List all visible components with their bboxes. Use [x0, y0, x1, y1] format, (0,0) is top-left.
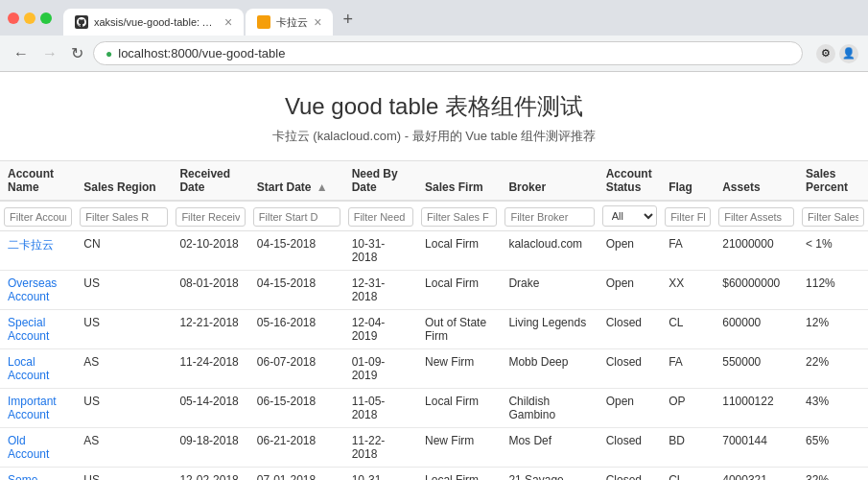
cell-start_date: 06-21-2018: [249, 428, 344, 468]
cell-assets: 21000000: [715, 231, 798, 271]
cell-sales_firm: Out of State Firm: [417, 310, 501, 349]
address-text: localhost:8000/vue-good-table: [118, 46, 790, 60]
cell-flag: OP: [661, 389, 715, 428]
cell-need_by_date: 12-31-2018: [344, 271, 417, 310]
cell-received_date: 11-24-2018: [172, 349, 248, 389]
col-flag[interactable]: Flag: [661, 161, 715, 202]
cell-sales_region: AS: [76, 428, 172, 468]
table-row: Important AccountUS05-14-201806-15-20181…: [0, 389, 868, 428]
cell-need_by_date: 12-04-2019: [344, 310, 417, 349]
table-row: Local AccountAS11-24-201806-07-201801-09…: [0, 349, 868, 389]
window-close[interactable]: [8, 12, 19, 24]
account-link[interactable]: Old Account: [8, 434, 49, 461]
reload-button[interactable]: ↻: [67, 42, 87, 64]
cell-assets: $60000000: [715, 271, 798, 310]
cell-assets: 600000: [715, 310, 798, 349]
filter-start-input[interactable]: [253, 207, 340, 227]
cell-start_date: 06-07-2018: [249, 349, 344, 389]
cell-sales_percent: 12%: [798, 310, 868, 349]
account-link[interactable]: Some Account: [8, 473, 49, 480]
col-account-name[interactable]: AccountName: [0, 161, 76, 202]
cell-account_status: Open: [598, 231, 661, 271]
col-assets[interactable]: Assets: [715, 161, 798, 202]
filter-sales-percent[interactable]: [798, 201, 868, 231]
filter-status-select[interactable]: All Open Closed: [602, 205, 657, 227]
cell-sales_firm: Local Firm: [417, 271, 501, 310]
col-need-by-date[interactable]: Need ByDate: [344, 161, 417, 202]
col-sales-region[interactable]: Sales Region: [76, 161, 172, 202]
table-row: Old AccountAS09-18-201806-21-201811-22-2…: [0, 428, 868, 468]
cell-account_status: Closed: [598, 468, 661, 481]
cell-flag: FA: [661, 231, 715, 271]
cell-assets: 550000: [715, 349, 798, 389]
address-bar[interactable]: ● localhost:8000/vue-good-table: [93, 41, 803, 65]
filter-sales-firm[interactable]: [417, 201, 501, 231]
tab-github[interactable]: xaksis/vue-good-table: An ea... ×: [63, 9, 244, 36]
table-row: Some AccountUS12-02-201807-01-201810-31-…: [0, 468, 868, 481]
cell-sales_percent: 65%: [798, 428, 868, 468]
filter-start-date[interactable]: [249, 201, 344, 231]
cell-received_date: 12-02-2018: [172, 468, 248, 481]
cell-sales_percent: 22%: [798, 349, 868, 389]
filter-need-input[interactable]: [348, 207, 413, 227]
cell-start_date: 07-01-2018: [249, 468, 344, 481]
filter-broker-input[interactable]: [504, 207, 594, 227]
window-minimize[interactable]: [24, 12, 35, 24]
cell-need_by_date: 11-05-2018: [344, 389, 417, 428]
filter-broker[interactable]: [501, 201, 598, 231]
profile-icon[interactable]: 👤: [839, 44, 858, 63]
col-received-date[interactable]: ReceivedDate: [172, 161, 248, 202]
window-maximize[interactable]: [40, 12, 52, 24]
col-start-date[interactable]: Start Date ▲: [249, 161, 344, 202]
cell-received_date: 09-18-2018: [172, 428, 248, 468]
col-sales-percent[interactable]: SalesPercent: [798, 161, 868, 202]
col-sales-firm[interactable]: Sales Firm: [417, 161, 501, 202]
account-link[interactable]: Overseas Account: [8, 276, 57, 303]
filter-firm-input[interactable]: [421, 207, 497, 227]
filter-flag[interactable]: [661, 201, 715, 231]
cell-received_date: 02-10-2018: [172, 231, 248, 271]
filter-row: All Open Closed: [0, 201, 868, 231]
col-account-status[interactable]: AccountStatus: [598, 161, 661, 202]
cell-broker: Mos Def: [501, 428, 598, 468]
cell-sales_firm: Local Firm: [417, 468, 501, 481]
back-button[interactable]: ←: [10, 43, 33, 64]
forward-button[interactable]: →: [38, 43, 61, 64]
cell-sales_region: US: [76, 310, 172, 349]
account-link[interactable]: 二卡拉云: [8, 238, 54, 252]
tab-close-kalacloud[interactable]: ×: [314, 14, 321, 30]
col-broker[interactable]: Broker: [501, 161, 598, 202]
table-body: 二卡拉云CN02-10-201804-15-201810-31-2018Loca…: [0, 231, 868, 481]
filter-sales-pct-input[interactable]: [802, 207, 864, 227]
cell-broker: 21 Savage: [501, 468, 598, 481]
filter-account-name[interactable]: [0, 201, 76, 231]
secure-icon: ●: [106, 47, 112, 60]
cell-account_status: Closed: [598, 349, 661, 389]
account-link[interactable]: Local Account: [8, 355, 49, 382]
new-tab-button[interactable]: +: [337, 4, 359, 36]
filter-flag-input[interactable]: [665, 207, 711, 227]
filter-sales-region[interactable]: [76, 201, 172, 231]
extensions-icon[interactable]: ⚙: [816, 44, 835, 63]
cell-sales_firm: New Firm: [417, 428, 501, 468]
tab-close-github[interactable]: ×: [224, 14, 232, 30]
cell-need_by_date: 10-31-2018: [344, 468, 417, 481]
table-header-row: AccountName Sales Region ReceivedDate St…: [0, 161, 868, 202]
cell-flag: BD: [661, 428, 715, 468]
filter-account-status[interactable]: All Open Closed: [598, 201, 661, 231]
tab-github-label: xaksis/vue-good-table: An ea...: [94, 16, 219, 28]
account-link[interactable]: Important Account: [8, 395, 57, 421]
account-link[interactable]: Special Account: [8, 316, 49, 343]
cell-received_date: 08-01-2018: [172, 271, 248, 310]
filter-account-input[interactable]: [4, 207, 72, 227]
cell-account_name: Local Account: [0, 349, 76, 389]
filter-need-by-date[interactable]: [344, 201, 417, 231]
filter-received-date[interactable]: [172, 201, 248, 231]
filter-sales-region-input[interactable]: [80, 207, 168, 227]
filter-received-input[interactable]: [176, 207, 245, 227]
tab-kalacloud[interactable]: 卡拉云 ×: [246, 9, 333, 36]
filter-assets-input[interactable]: [718, 207, 794, 227]
cell-sales_region: US: [76, 389, 172, 428]
filter-assets[interactable]: [715, 201, 798, 231]
cell-account_status: Open: [598, 271, 661, 310]
